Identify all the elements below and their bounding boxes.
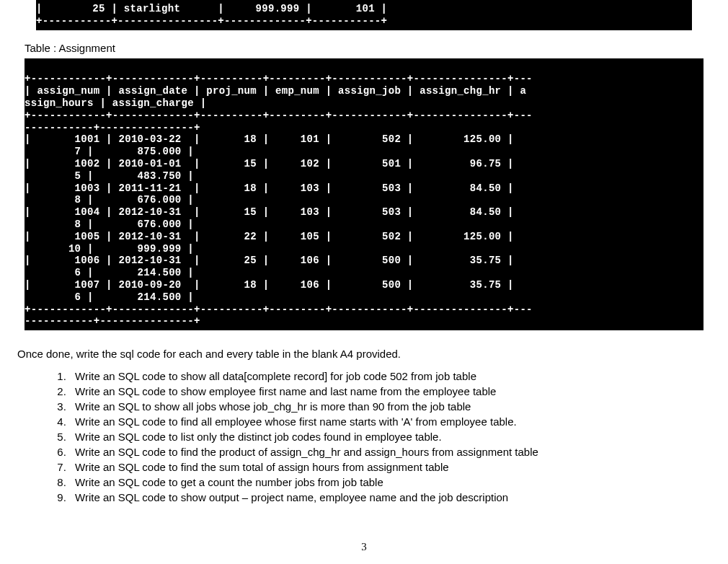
question-item: Write an SQL code to find the product of…	[69, 444, 728, 459]
assignment-header: +------------+-------------+----------+-…	[25, 73, 533, 133]
instruction-text: Once done, write the sql code for each a…	[17, 348, 728, 360]
question-item: Write an SQL code to get a count the num…	[69, 475, 728, 490]
question-item: Write an SQL code to list only the disti…	[69, 429, 728, 444]
terminal-assignment: +------------+-------------+----------+-…	[25, 58, 703, 331]
question-item: Write an SQL code to show output – proje…	[69, 490, 728, 505]
question-item: Write an SQL code to show employee first…	[69, 384, 728, 399]
question-list: Write an SQL code to show all data[compl…	[43, 369, 728, 505]
question-item: Write an SQL code to show all data[compl…	[69, 369, 728, 384]
question-item: Write an SQL code to find all employee w…	[69, 414, 728, 429]
page-number: 3	[0, 541, 728, 553]
assignment-rows: | 1001 | 2010-03-22 | 18 | 101 | 502 | 1…	[25, 133, 533, 327]
question-item: Write an SQL code to find the sum total …	[69, 459, 728, 475]
table-label: Table : Assignment	[25, 42, 728, 54]
question-item: Write an SQL to show all jobs whose job_…	[69, 399, 728, 414]
terminal-top-fragment: | 25 | starlight | 999.999 | 101 | +----…	[36, 0, 692, 30]
